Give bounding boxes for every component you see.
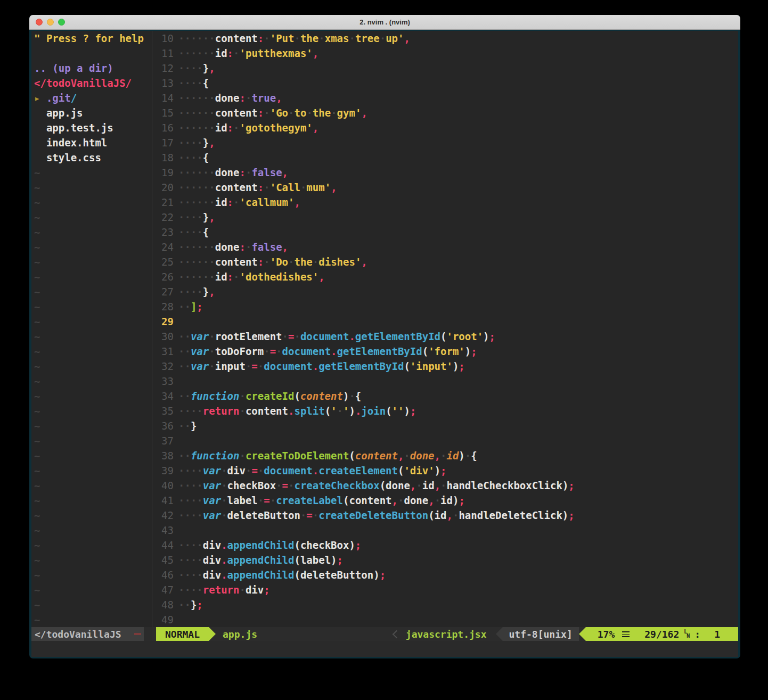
code-buffer[interactable]: 10······content:·'Put·the·xmas·tree·up',… [152, 31, 738, 627]
whitespace-dot: · [209, 107, 215, 119]
code-line-49[interactable]: 49 [152, 612, 738, 627]
empty-line-tilde: ~ [34, 389, 152, 403]
empty-line-tilde: ~ [34, 463, 152, 478]
code-line-40[interactable]: 40····var·checkBox·=·createCheckbox(done… [152, 478, 738, 493]
empty-line-tilde: ~ [34, 195, 152, 210]
sidebar-item-up-a-dir[interactable]: .. (up a dir) [34, 61, 152, 76]
whitespace-dot: · [197, 256, 202, 268]
sidebar-item-file-app-js[interactable]: app.js [34, 105, 152, 120]
filetype-label: javascript.jsx [406, 629, 487, 640]
close-button[interactable] [36, 19, 43, 26]
code-line-24[interactable]: 24······done:·false, [152, 240, 738, 254]
whitespace-dot: · [191, 107, 197, 119]
whitespace-dot: · [184, 450, 190, 462]
sidebar-item-blank-line [34, 46, 152, 61]
code-line-23[interactable]: 23····{ [152, 225, 738, 240]
line-number: 30 [152, 329, 174, 344]
code-line-26[interactable]: 26······id:·'dothedishes', [152, 269, 738, 284]
code-line-41[interactable]: 41····var·label·=·createLabel(content,·d… [152, 493, 738, 508]
whitespace-dot: · [349, 390, 355, 402]
whitespace-dot: · [209, 331, 215, 342]
nerdtree-sidebar[interactable]: " Press ? for help.. (up a dir)</todoVan… [31, 31, 152, 627]
whitespace-dot: · [197, 137, 202, 149]
sidebar-item-file-app-test-js[interactable]: app.test.js [34, 120, 152, 135]
code-line-21[interactable]: 21······id:·'callmum', [152, 195, 738, 210]
whitespace-dot: · [288, 107, 294, 119]
command-line[interactable] [31, 641, 738, 657]
whitespace-dot: · [178, 286, 184, 298]
code-line-45[interactable]: 45····div.appendChild(label); [152, 553, 738, 567]
code-line-12[interactable]: 12····}, [152, 61, 738, 76]
zoom-button[interactable] [58, 19, 65, 26]
whitespace-dot: · [178, 137, 184, 149]
code-text: ····div.appendChild(checkBox); [178, 539, 361, 551]
code-line-47[interactable]: 47····return·div; [152, 582, 738, 597]
whitespace-dot: · [318, 32, 324, 44]
code-line-13[interactable]: 13····{ [152, 76, 738, 90]
code-line-30[interactable]: 30··var·rootElement·=·document.getElemen… [152, 329, 738, 344]
sidebar-item-file-index-html[interactable]: index.html [34, 135, 152, 150]
code-line-28[interactable]: 28··]; [152, 299, 738, 314]
code-line-17[interactable]: 17····}, [152, 135, 738, 150]
code-line-44[interactable]: 44····div.appendChild(checkBox); [152, 538, 738, 553]
whitespace-dot: · [178, 152, 184, 163]
whitespace-dot: · [191, 569, 197, 581]
code-line-10[interactable]: 10······content:·'Put·the·xmas·tree·up', [152, 31, 738, 46]
whitespace-dot: · [435, 495, 440, 506]
code-line-42[interactable]: 42····var·deleteButton·=·createDeleteBut… [152, 508, 738, 523]
whitespace-dot: · [184, 137, 190, 149]
code-line-18[interactable]: 18····{ [152, 150, 738, 165]
whitespace-dot: · [184, 480, 190, 491]
code-line-29[interactable]: 29 [152, 314, 738, 329]
code-line-35[interactable]: 35····return·content.split('·').join('')… [152, 403, 738, 418]
code-line-34[interactable]: 34··function·createId(content)·{ [152, 389, 738, 403]
titlebar[interactable]: 2. nvim . (nvim) [29, 15, 740, 30]
code-line-22[interactable]: 22····}, [152, 210, 738, 225]
code-text: ··var·rootElement·=·document.getElementB… [178, 331, 495, 342]
line-number: 14 [152, 90, 174, 105]
encoding-label: utf-8[unix] [503, 627, 579, 641]
sidebar-item-dir-git[interactable]: ▸ .git/ [34, 90, 152, 105]
whitespace-dot: · [178, 92, 184, 104]
whitespace-dot: · [178, 360, 184, 372]
code-line-43[interactable]: 43 [152, 523, 738, 538]
code-line-19[interactable]: 19······done:·false, [152, 165, 738, 180]
code-line-15[interactable]: 15······content:·'Go·to·the·gym', [152, 105, 738, 120]
whitespace-dot: · [184, 286, 190, 298]
whitespace-dot: · [197, 92, 202, 104]
whitespace-dot: · [313, 509, 318, 521]
whitespace-dot: · [178, 584, 184, 596]
code-line-36[interactable]: 36··} [152, 418, 738, 433]
whitespace-dot: · [264, 256, 269, 268]
sidebar-item-file-style-css[interactable]: style.css [34, 150, 152, 165]
whitespace-dot: · [197, 107, 202, 119]
whitespace-dot: · [184, 167, 190, 178]
code-line-25[interactable]: 25······content:·'Do·the·dishes', [152, 254, 738, 269]
whitespace-dot: · [184, 465, 190, 476]
code-line-46[interactable]: 46····div.appendChild(deleteButton); [152, 567, 738, 582]
whitespace-dot: · [191, 495, 197, 506]
code-line-33[interactable]: 33 [152, 374, 738, 389]
whitespace-dot: · [221, 465, 227, 476]
code-text: ······content:·'Call·mum', [178, 182, 337, 193]
code-line-14[interactable]: 14······done:·true, [152, 90, 738, 105]
code-line-31[interactable]: 31··var·toDoForm·=·document.getElementBy… [152, 344, 738, 359]
whitespace-dot: · [197, 167, 202, 178]
code-line-48[interactable]: 48··}; [152, 597, 738, 612]
empty-line-tilde: ~ [34, 225, 152, 240]
whitespace-dot: · [191, 77, 197, 89]
code-line-32[interactable]: 32··var·input·=·document.getElementById(… [152, 359, 738, 374]
minimize-button[interactable] [47, 19, 54, 26]
code-line-39[interactable]: 39····var·div·=·document.createElement('… [152, 463, 738, 478]
code-line-27[interactable]: 27····}, [152, 284, 738, 299]
whitespace-dot: · [184, 122, 190, 134]
code-line-37[interactable]: 37 [152, 433, 738, 448]
code-line-16[interactable]: 16······id:·'gotothegym', [152, 120, 738, 135]
code-line-11[interactable]: 11······id:·'putthexmas', [152, 46, 738, 61]
whitespace-dot: · [349, 32, 355, 44]
code-line-38[interactable]: 38··function·createToDoElement(content,·… [152, 448, 738, 463]
whitespace-dot: · [239, 405, 245, 417]
code-line-20[interactable]: 20······content:·'Call·mum', [152, 180, 738, 195]
whitespace-dot: · [191, 32, 197, 44]
line-number: 22 [152, 210, 174, 225]
